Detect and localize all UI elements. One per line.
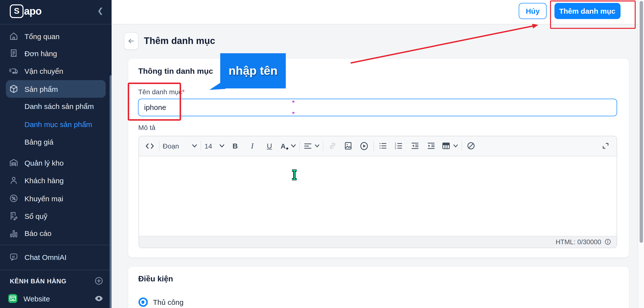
- font-size-value: 14: [204, 142, 212, 150]
- underline-glyph: U: [267, 142, 272, 150]
- numbered-list-icon[interactable]: 123: [393, 139, 404, 153]
- sidebar-item-label: Tổng quan: [24, 32, 60, 40]
- align-dropdown[interactable]: [303, 139, 319, 153]
- report-chart-icon: [9, 228, 18, 238]
- text-selection-handle-top[interactable]: [292, 101, 294, 103]
- bold-glyph: B: [232, 142, 238, 150]
- chevron-down-icon: [192, 144, 197, 148]
- sidebar-item-label: Đơn hàng: [24, 49, 57, 57]
- underline-button[interactable]: U: [264, 139, 275, 153]
- toolbar-separator: [323, 141, 323, 151]
- manual-radio-option[interactable]: Thủ công: [138, 298, 184, 307]
- description-label: Mô tả: [138, 124, 155, 131]
- bold-button[interactable]: B: [229, 139, 241, 153]
- card-heading: Thông tin danh mục: [138, 67, 213, 76]
- sidebar-item-label: Vận chuyển: [24, 67, 63, 75]
- fullscreen-icon[interactable]: [600, 139, 612, 153]
- sapo-logo[interactable]: S apo: [10, 4, 42, 18]
- sidebar-item-san-pham[interactable]: Sản phẩm: [0, 80, 112, 98]
- bullet-list-icon[interactable]: [377, 139, 389, 153]
- paragraph-style-dropdown[interactable]: Đoạn: [163, 139, 197, 153]
- add-channel-button[interactable]: [94, 276, 104, 286]
- insert-video-icon[interactable]: [358, 139, 370, 153]
- font-size-dropdown[interactable]: 14: [204, 139, 224, 153]
- divider: [0, 245, 112, 245]
- radio-label: Thủ công: [153, 298, 184, 306]
- align-left-icon: [303, 142, 312, 150]
- order-receipt-icon: [9, 48, 18, 58]
- add-category-button[interactable]: Thêm danh mục: [554, 3, 620, 19]
- sidebar-item-khuyen-mai[interactable]: Khuyến mại: [0, 189, 112, 207]
- sidebar-item-label: Khách hàng: [24, 176, 64, 184]
- info-icon[interactable]: [604, 238, 611, 245]
- eye-icon: [94, 294, 104, 303]
- website-channel-icon: [8, 294, 18, 303]
- sidebar-item-bao-cao[interactable]: Báo cáo: [0, 224, 112, 242]
- svg-text:3: 3: [395, 147, 396, 150]
- paragraph-style-value: Đoạn: [163, 142, 179, 150]
- preview-website-button[interactable]: [94, 294, 104, 303]
- card-heading: Điều kiện: [138, 275, 173, 283]
- name-field-label: Tên danh mục*: [138, 88, 185, 96]
- sidebar-item-danh-sach-san-pham[interactable]: Danh sách sản phẩm: [0, 97, 112, 115]
- source-code-icon[interactable]: [144, 139, 155, 153]
- font-color-glyph: A: [281, 142, 286, 150]
- topbar: Hủy Thêm danh mục: [112, 0, 644, 24]
- sidebar-scrollbar-thumb[interactable]: [110, 75, 111, 308]
- sapo-logo-s: S: [10, 4, 24, 18]
- page-scrollbar-thumb[interactable]: [639, 1, 643, 243]
- editor-body[interactable]: [139, 156, 616, 236]
- sidebar-item-chat-omniai[interactable]: AI Chat OmniAI: [0, 248, 112, 266]
- warehouse-icon: [9, 158, 18, 167]
- chevron-down-icon: [290, 144, 296, 148]
- toolbar-separator: [299, 141, 300, 151]
- clear-format-icon[interactable]: [465, 139, 477, 153]
- sidebar-item-khach-hang[interactable]: Khách hàng: [0, 171, 112, 189]
- outdent-icon[interactable]: [409, 139, 420, 153]
- required-asterisk: *: [182, 88, 185, 96]
- sidebar-item-label: Chat OmniAI: [24, 253, 66, 261]
- cancel-button[interactable]: Hủy: [519, 3, 546, 19]
- category-name-input[interactable]: [138, 98, 617, 116]
- text-cursor-pointer: [291, 169, 298, 180]
- sidebar-item-van-chuyen[interactable]: Vận chuyển: [0, 62, 112, 80]
- sidebar-item-don-hang[interactable]: Đơn hàng: [0, 44, 112, 62]
- truck-icon: [9, 66, 18, 76]
- sidebar-collapse-icon[interactable]: ❮: [96, 6, 105, 16]
- sidebar-item-so-quy[interactable]: $ Sổ quỹ: [0, 207, 112, 225]
- category-info-card: Thông tin danh mục Tên danh mục* Mô tả Đ…: [128, 59, 629, 257]
- italic-button[interactable]: I: [246, 139, 258, 153]
- font-color-dropdown[interactable]: A: [281, 139, 296, 153]
- page-scrollbar-track[interactable]: [638, 0, 644, 308]
- ai-chat-icon: AI: [9, 252, 18, 262]
- promotion-percent-icon: [9, 193, 18, 203]
- sidebar-item-tong-quan[interactable]: Tổng quan: [0, 27, 112, 45]
- sidebar-item-danh-muc-san-pham[interactable]: Danh mục sản phẩm: [0, 115, 112, 133]
- indent-icon[interactable]: [425, 139, 437, 153]
- plus-circle-icon: [94, 276, 104, 286]
- svg-text:AI: AI: [12, 255, 15, 258]
- condition-card: Điều kiện Thủ công: [128, 267, 629, 308]
- sidebar-subitem-label-active: Danh mục sản phẩm: [24, 120, 92, 128]
- editor-footer: HTML: 0/30000: [139, 236, 616, 247]
- divider: [0, 269, 112, 270]
- back-button[interactable]: [124, 32, 138, 50]
- cashbook-icon: $: [9, 211, 18, 221]
- sidebar-item-label: Sản phẩm: [24, 85, 58, 93]
- sidebar-subitem-label: Danh sách sản phẩm: [24, 102, 94, 110]
- link-icon[interactable]: [327, 139, 338, 153]
- table-dropdown[interactable]: [441, 139, 458, 153]
- sidebar-item-quan-ly-kho[interactable]: Quản lý kho: [0, 154, 112, 171]
- insert-image-icon[interactable]: [342, 139, 354, 153]
- editor-toolbar: Đoạn 14 B I U A: [139, 136, 616, 156]
- customer-icon: [9, 175, 18, 185]
- sidebar: S apo ❮ Tổng quan Đơn hàng Vận chuyển: [0, 0, 112, 308]
- product-box-icon: [9, 84, 18, 94]
- name-label-text: Tên danh mục: [138, 88, 182, 96]
- radio-selected-icon[interactable]: [138, 298, 148, 307]
- sidebar-item-bang-gia[interactable]: Bảng giá: [0, 133, 112, 151]
- italic-glyph: I: [251, 142, 254, 150]
- text-selection-handle-bottom[interactable]: [292, 112, 294, 114]
- sidebar-item-label: Báo cáo: [24, 229, 52, 237]
- chevron-down-icon: [219, 144, 224, 148]
